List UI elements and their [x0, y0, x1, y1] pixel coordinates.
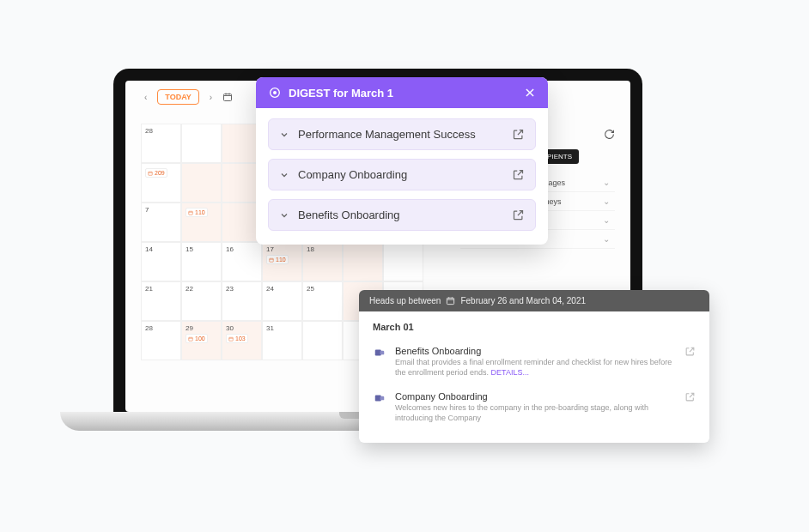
- calendar-cell[interactable]: [181, 124, 222, 163]
- details-link[interactable]: DETAILS...: [491, 368, 529, 377]
- calendar-cell[interactable]: 22: [181, 281, 222, 321]
- calendar-day-number: 28: [145, 324, 177, 332]
- calendar-day-number: 16: [226, 245, 258, 253]
- digest-header: DIGEST for March 1: [256, 77, 548, 108]
- digest-item-label: Company Onboarding: [298, 168, 407, 181]
- calendar-event-chip[interactable]: 100: [186, 334, 208, 343]
- calendar-cell[interactable]: [302, 321, 343, 360]
- svg-rect-5: [270, 258, 274, 262]
- calendar-day-number: 25: [307, 285, 338, 293]
- digest-target-icon: [268, 86, 282, 100]
- calendar-cell[interactable]: 28: [141, 124, 181, 163]
- chevron-down-icon: [279, 210, 289, 221]
- calendar-cell[interactable]: [383, 242, 423, 281]
- chevron-down-icon: ⌄: [603, 215, 610, 225]
- calendar-cell[interactable]: 15: [181, 242, 222, 281]
- headsup-item-title: Company Onboarding: [395, 391, 676, 402]
- chevron-down-icon: ⌄: [603, 196, 610, 206]
- calendar-cell[interactable]: [343, 242, 383, 281]
- calendar-cell[interactable]: 7: [141, 203, 181, 242]
- calendar-day-number: 22: [186, 285, 217, 293]
- calendar-cell[interactable]: 25: [302, 281, 343, 321]
- calendar-day-number: 21: [145, 285, 177, 293]
- svg-rect-6: [189, 337, 193, 341]
- calendar-cell[interactable]: 18: [302, 242, 343, 281]
- calendar-day-number: 24: [266, 285, 298, 293]
- calendar-cell[interactable]: [181, 163, 222, 203]
- open-external-icon[interactable]: [512, 128, 525, 141]
- calendar-icon[interactable]: [222, 92, 233, 102]
- digest-item[interactable]: Performance Management Success: [268, 118, 536, 150]
- calendar-day-number: 30: [226, 324, 258, 332]
- next-arrow[interactable]: ›: [206, 91, 216, 104]
- svg-rect-3: [149, 172, 153, 175]
- calendar-cell[interactable]: 14: [141, 242, 181, 281]
- calendar-cell[interactable]: 21: [141, 281, 181, 321]
- calendar-day-number: 23: [226, 285, 258, 293]
- prev-arrow[interactable]: ‹: [141, 91, 150, 104]
- open-external-icon[interactable]: [512, 209, 525, 221]
- teams-icon: [373, 346, 386, 360]
- headsup-prefix: Heads up between: [369, 296, 441, 305]
- refresh-icon[interactable]: [604, 129, 615, 140]
- calendar-day-number: 31: [266, 324, 298, 332]
- headsup-range: February 26 and March 04, 2021: [460, 296, 586, 305]
- headsup-item: Benefits OnboardingEmail that provides a…: [373, 341, 696, 386]
- headsup-item-title: Benefits Onboarding: [395, 346, 676, 356]
- headsup-date: March 01: [373, 322, 696, 332]
- svg-rect-17: [380, 396, 385, 401]
- headsup-panel: Heads up between February 26 and March 0…: [359, 290, 709, 443]
- headsup-header: Heads up between February 26 and March 0…: [359, 290, 709, 311]
- open-external-icon[interactable]: [512, 168, 525, 181]
- headsup-body: March 01 Benefits OnboardingEmail that p…: [359, 311, 709, 443]
- calendar-day-number: 15: [186, 245, 217, 253]
- chevron-down-icon: ⌄: [603, 178, 610, 187]
- headsup-item-desc: Welcomes new hires to the company in the…: [395, 403, 676, 423]
- digest-item[interactable]: Benefits Onboarding: [268, 199, 536, 231]
- calendar-day-number: 7: [145, 206, 177, 214]
- calendar-cell[interactable]: 31: [262, 321, 302, 360]
- headsup-item-desc: Email that provides a final enrollment r…: [395, 358, 676, 378]
- calendar-event-chip[interactable]: 110: [186, 208, 208, 217]
- calendar-icon: [446, 296, 455, 305]
- calendar-day-number: 29: [186, 324, 217, 332]
- svg-rect-0: [224, 94, 232, 101]
- chevron-down-icon: [279, 170, 289, 180]
- digest-body: Performance Management SuccessCompany On…: [256, 108, 548, 245]
- calendar-cell[interactable]: 110: [181, 203, 222, 242]
- calendar-cell[interactable]: 28: [141, 321, 181, 360]
- calendar-cell[interactable]: 23: [222, 281, 262, 321]
- svg-rect-15: [380, 351, 385, 355]
- calendar-cell[interactable]: 16: [222, 242, 262, 281]
- digest-modal: DIGEST for March 1 Performance Managemen…: [256, 77, 548, 245]
- digest-item-label: Benefits Onboarding: [298, 209, 400, 221]
- open-external-icon[interactable]: [684, 391, 696, 402]
- digest-item-label: Performance Management Success: [298, 128, 476, 141]
- svg-rect-4: [189, 211, 193, 215]
- teams-icon: [373, 391, 386, 405]
- svg-rect-13: [447, 298, 454, 304]
- calendar-cell[interactable]: 29100: [181, 321, 222, 360]
- calendar-day-number: 17: [266, 245, 298, 253]
- digest-item[interactable]: Company Onboarding: [268, 159, 536, 190]
- calendar-event-chip[interactable]: 103: [226, 334, 248, 343]
- calendar-cell[interactable]: 17110: [262, 242, 302, 281]
- calendar-cell[interactable]: 30103: [222, 321, 262, 360]
- chevron-down-icon: [279, 130, 289, 140]
- svg-rect-7: [229, 337, 234, 341]
- calendar-event-chip[interactable]: 209: [145, 168, 167, 178]
- calendar-day-number: 28: [145, 127, 177, 135]
- open-external-icon[interactable]: [684, 346, 696, 357]
- digest-title: DIGEST for March 1: [289, 87, 393, 100]
- calendar-event-chip[interactable]: 110: [266, 255, 289, 264]
- svg-point-12: [273, 91, 277, 94]
- today-button[interactable]: TODAY: [157, 89, 199, 105]
- calendar-cell[interactable]: 24: [262, 281, 302, 321]
- close-icon[interactable]: [524, 87, 536, 99]
- calendar-cell[interactable]: 209: [141, 163, 181, 203]
- chevron-down-icon: ⌄: [603, 234, 610, 244]
- calendar-day-number: 18: [307, 245, 338, 253]
- calendar-day-number: 14: [145, 245, 177, 253]
- headsup-item: Company OnboardingWelcomes new hires to …: [373, 386, 696, 432]
